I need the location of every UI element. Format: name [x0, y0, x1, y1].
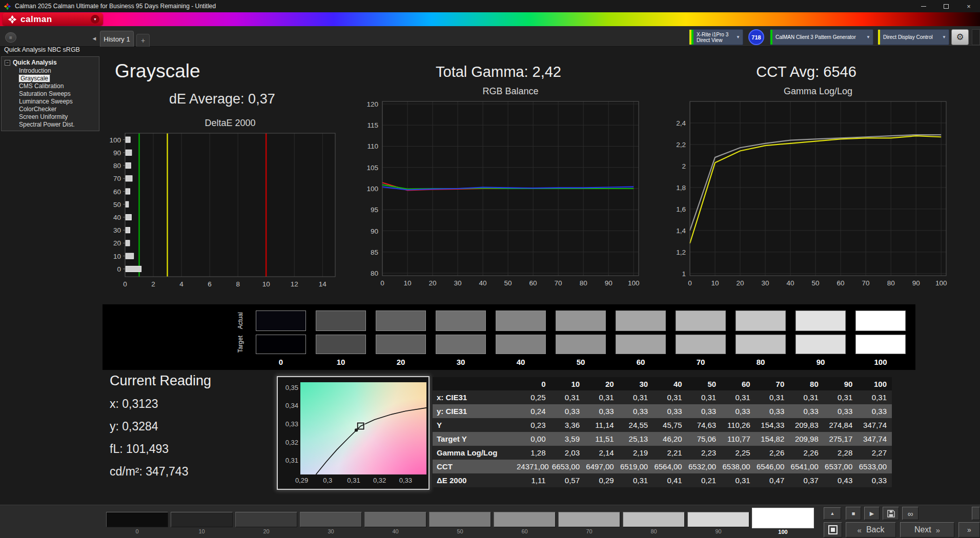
bar-edge-top-button[interactable] [972, 507, 980, 520]
ramp-level-label: 90 [795, 358, 846, 367]
svg-text:40: 40 [787, 279, 794, 287]
table-cell: 0,33 [585, 404, 619, 418]
play-button[interactable]: ▶ [864, 507, 880, 520]
table-cell: 0,31 [619, 390, 654, 404]
cie-chromaticity-box: 0,310,320,330,340,350,290,30,310,320,33 [277, 376, 430, 490]
cie-overlay [278, 377, 428, 489]
pattern-generator-dropdown[interactable]: CalMAN Client 3 Pattern Generator ▼ [770, 29, 873, 45]
pattern-swatch [300, 512, 362, 527]
svg-text:2: 2 [151, 280, 155, 288]
svg-text:20: 20 [737, 279, 744, 287]
table-cell: 6653,00 [551, 460, 585, 473]
maximize-icon [944, 4, 949, 9]
calman-logo-button[interactable]: calman ▼ [3, 13, 103, 26]
ramp-swatch-actual-90 [795, 311, 846, 331]
svg-text:1: 1 [682, 270, 686, 278]
calman-wordmark: calman [21, 14, 52, 25]
ramp-swatch-actual-10 [316, 311, 366, 331]
sidebar-item-saturation-sweeps[interactable]: Saturation Sweeps [2, 90, 99, 98]
rainbow-strip [0, 12, 980, 26]
pattern-level-button-70[interactable]: 70 [558, 507, 620, 535]
sidebar-item-screen-uniformity[interactable]: Screen Uniformity [2, 113, 99, 121]
reading-y: y: 0,3284 [110, 420, 211, 433]
panel-options-button[interactable]: ≡ [5, 32, 16, 43]
collapse-bar-button[interactable]: ▲ [824, 507, 841, 520]
minimize-icon [921, 6, 926, 7]
table-cell: 3,59 [551, 432, 585, 446]
meter-label: X-Rite i1Pro 3 Direct View [693, 32, 730, 43]
table-header-row: 0102030405060708090100 [433, 377, 892, 390]
bar-edge-next-button[interactable]: » [958, 522, 980, 537]
ramp-swatch-target-40 [496, 335, 546, 354]
row-label: Target Y [433, 432, 517, 446]
display-control-dropdown[interactable]: Direct Display Control ▼ [877, 29, 949, 45]
pattern-level-label: 80 [623, 528, 685, 534]
tree-expander-icon[interactable]: − [5, 60, 10, 66]
add-tab-button[interactable]: + [136, 34, 150, 47]
sidebar-item-luminance-sweeps[interactable]: Luminance Sweeps [2, 98, 99, 106]
sidebar-collapse-button[interactable]: ◄ [90, 34, 98, 43]
stop-button[interactable]: ■ [846, 507, 861, 520]
close-button[interactable]: × [957, 0, 980, 12]
measured-point [355, 428, 358, 431]
meter-count-badge[interactable]: 718 [748, 29, 764, 45]
settings-gear-button[interactable]: ⚙ [951, 29, 969, 45]
pattern-level-button-40[interactable]: 40 [364, 507, 426, 535]
sidebar-item-label: Saturation Sweeps [19, 90, 71, 97]
pattern-level-button-10[interactable]: 10 [171, 507, 233, 535]
pattern-level-button-100[interactable]: 100 [752, 507, 814, 535]
svg-text:90: 90 [113, 149, 121, 157]
svg-text:10: 10 [113, 253, 121, 260]
row-label: ΔE 2000 [433, 473, 517, 487]
pattern-level-label: 90 [687, 528, 749, 534]
next-button[interactable]: Next » [900, 522, 954, 537]
sidebar-item-introduction[interactable]: Introduction [2, 67, 99, 75]
svg-text:8: 8 [236, 280, 240, 288]
continuous-read-button[interactable]: ∞ [902, 507, 918, 520]
back-button[interactable]: « Back [846, 522, 896, 537]
svg-text:10: 10 [404, 279, 412, 287]
gamma-chart-plot: 010203040506070809010011,21,41,61,822,22… [666, 98, 953, 292]
sidebar-item-grayscale[interactable]: Grayscale [2, 75, 99, 82]
pattern-level-button-20[interactable]: 20 [235, 507, 297, 535]
svg-text:0: 0 [123, 280, 127, 288]
ramp-level-label: 80 [736, 358, 786, 367]
svg-text:100: 100 [935, 279, 947, 287]
logo-menu-chevron[interactable]: ▼ [91, 15, 99, 24]
pattern-level-button-60[interactable]: 60 [494, 507, 556, 535]
ramp-level-label: 70 [676, 358, 726, 367]
table-cell: 6497,00 [585, 460, 619, 473]
ramp-label-spacer [235, 358, 246, 367]
pattern-swatch [171, 512, 233, 527]
tab-history-1[interactable]: History 1 [100, 31, 134, 47]
title-bar: Calman 2025 Calman Ultimate for Business… [0, 0, 980, 12]
toolbar-edge-button[interactable] [972, 29, 980, 45]
save-button[interactable] [883, 507, 899, 520]
svg-text:50: 50 [504, 279, 512, 287]
sidebar-item-spectral-power-dist[interactable]: Spectral Power Dist. [2, 121, 99, 129]
maximize-button[interactable] [935, 0, 957, 12]
ramp-swatch-target-80 [736, 335, 786, 354]
pattern-level-button-0[interactable]: 0 [106, 507, 168, 535]
pattern-level-button-90[interactable]: 90 [687, 507, 749, 535]
table-row: CCT24371,006653,006497,006519,006564,006… [433, 460, 892, 473]
page-title: Grayscale [115, 60, 200, 82]
pattern-level-button-80[interactable]: 80 [623, 507, 685, 535]
svg-text:120: 120 [366, 100, 378, 108]
sidebar-item-colorchecker[interactable]: ColorChecker [2, 106, 99, 113]
pattern-window-button[interactable] [824, 522, 842, 537]
pattern-level-button-50[interactable]: 50 [429, 507, 491, 535]
table-cell: 275,17 [824, 432, 858, 446]
svg-text:80: 80 [113, 162, 121, 170]
pattern-level-label: 30 [300, 528, 362, 534]
sidebar-item-cms-calibration[interactable]: CMS Calibration [2, 82, 99, 90]
pattern-level-button-30[interactable]: 30 [300, 507, 362, 535]
svg-text:30: 30 [762, 279, 769, 287]
reading-fl: fL: 101,493 [110, 442, 211, 456]
table-cell: 274,84 [824, 418, 858, 432]
tree-root-row[interactable]: − Quick Analysis [2, 59, 99, 66]
meter-dropdown[interactable]: X-Rite i1Pro 3 Direct View ▼ [689, 29, 743, 45]
table-cell: 2,21 [653, 446, 687, 460]
svg-text:110: 110 [367, 142, 378, 150]
minimize-button[interactable] [912, 0, 935, 12]
